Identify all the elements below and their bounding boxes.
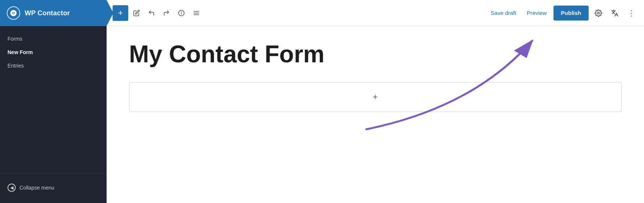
save-draft-button[interactable]: Save draft	[487, 7, 520, 18]
more-options-button[interactable]: ⋮	[625, 6, 638, 20]
editor-area: My Contact Form +	[107, 26, 644, 203]
add-block-icon: +	[373, 92, 378, 102]
sidebar-nav: Forms New Form Entries	[0, 26, 107, 174]
main-content: +	[107, 0, 644, 203]
sidebar-header[interactable]: WP Contactor	[0, 0, 107, 26]
sidebar-item-new-form[interactable]: New Form	[0, 46, 107, 59]
undo-button[interactable]	[145, 6, 158, 20]
sidebar-item-forms[interactable]: Forms	[0, 32, 107, 46]
publish-button[interactable]: Publish	[553, 6, 589, 21]
redo-button[interactable]	[160, 6, 173, 20]
sidebar-footer: ◀ Collapse menu	[0, 174, 107, 203]
preview-button[interactable]: Preview	[523, 7, 550, 18]
sidebar-item-entries[interactable]: Entries	[0, 59, 107, 72]
add-block-button[interactable]: +	[113, 5, 128, 21]
svg-point-6	[598, 12, 599, 14]
toolbar-left: +	[113, 5, 485, 21]
list-view-button[interactable]	[190, 6, 203, 20]
collapse-menu-label: Collapse menu	[19, 185, 54, 191]
settings-button[interactable]	[592, 6, 605, 20]
info-button[interactable]	[175, 6, 188, 20]
toolbar-right: Save draft Preview Publish	[487, 6, 638, 21]
translate-button[interactable]	[608, 6, 622, 20]
logo-icon	[7, 6, 20, 20]
sidebar: WP Contactor Forms New Form Entries ◀ Co…	[0, 0, 107, 203]
edit-icon-button[interactable]	[130, 6, 143, 20]
collapse-menu-button[interactable]: ◀ Collapse menu	[0, 180, 107, 196]
form-title: My Contact Form	[129, 41, 622, 67]
collapse-icon: ◀	[7, 184, 16, 192]
sidebar-title: WP Contactor	[25, 9, 70, 17]
add-block-area[interactable]: +	[129, 82, 622, 112]
toolbar: +	[107, 0, 644, 26]
